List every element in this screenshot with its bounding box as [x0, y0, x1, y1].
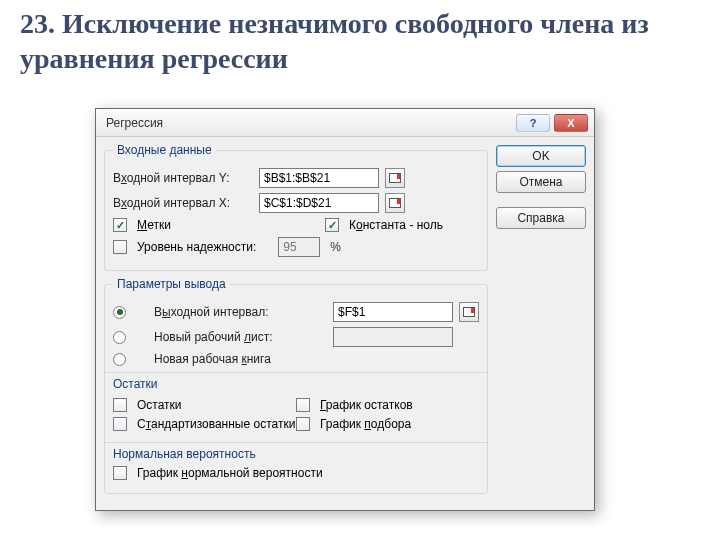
labels-checkbox-label: Метки	[137, 218, 171, 232]
titlebar: Регрессия ? X	[96, 109, 594, 137]
normal-legend: Нормальная вероятность	[113, 447, 479, 461]
fit-plot-label: График подбора	[320, 417, 411, 431]
output-group: Параметры вывода Выходной интервал: Новы…	[104, 277, 488, 494]
normal-plot-checkbox[interactable]	[113, 466, 127, 480]
std-residuals-checkbox[interactable]	[113, 417, 127, 431]
residuals-label: Остатки	[137, 398, 182, 412]
close-icon[interactable]: X	[554, 114, 588, 132]
regression-dialog: Регрессия ? X Входные данные Входной инт…	[95, 108, 595, 511]
normal-plot-label: График нормальной вероятности	[137, 466, 323, 480]
help-button[interactable]: Справка	[496, 207, 586, 229]
range-select-icon	[389, 198, 401, 208]
std-residuals-label: Стандартизованные остатки	[137, 417, 295, 431]
input-y-label: Входной интервал Y:	[113, 171, 253, 185]
constant-zero-checkbox[interactable]: ✓	[325, 218, 339, 232]
new-book-radio[interactable]	[113, 353, 126, 366]
cancel-button[interactable]: Отмена	[496, 171, 586, 193]
output-range-field[interactable]	[333, 302, 453, 322]
input-x-range-button[interactable]	[385, 193, 405, 213]
help-icon[interactable]: ?	[516, 114, 550, 132]
output-range-radio[interactable]	[113, 306, 126, 319]
confidence-checkbox[interactable]	[113, 240, 127, 254]
range-select-icon	[389, 173, 401, 183]
ok-button[interactable]: OK	[496, 145, 586, 167]
range-select-icon	[463, 307, 475, 317]
input-x-field[interactable]	[259, 193, 379, 213]
input-y-range-button[interactable]	[385, 168, 405, 188]
new-sheet-radio[interactable]	[113, 331, 126, 344]
confidence-unit: %	[330, 240, 341, 254]
titlebar-title: Регрессия	[106, 116, 516, 130]
residual-plot-label: График остатков	[320, 398, 413, 412]
input-x-label: Входной интервал X:	[113, 196, 253, 210]
input-data-legend: Входные данные	[113, 143, 216, 157]
residuals-legend: Остатки	[113, 377, 479, 391]
new-book-label: Новая рабочая книга	[136, 352, 479, 366]
output-range-label: Выходной интервал:	[136, 305, 327, 319]
constant-zero-label: Константа - ноль	[349, 218, 443, 232]
slide-title: 23. Исключение незначимого свободного чл…	[0, 0, 720, 76]
output-legend: Параметры вывода	[113, 277, 230, 291]
input-y-field[interactable]	[259, 168, 379, 188]
output-range-button[interactable]	[459, 302, 479, 322]
confidence-label: Уровень надежности:	[137, 240, 256, 254]
new-sheet-label: Новый рабочий лист:	[136, 330, 327, 344]
confidence-value[interactable]	[278, 237, 320, 257]
residuals-checkbox[interactable]	[113, 398, 127, 412]
labels-checkbox[interactable]: ✓	[113, 218, 127, 232]
residual-plot-checkbox[interactable]	[296, 398, 310, 412]
input-data-group: Входные данные Входной интервал Y: Входн…	[104, 143, 488, 271]
new-sheet-field[interactable]	[333, 327, 453, 347]
fit-plot-checkbox[interactable]	[296, 417, 310, 431]
